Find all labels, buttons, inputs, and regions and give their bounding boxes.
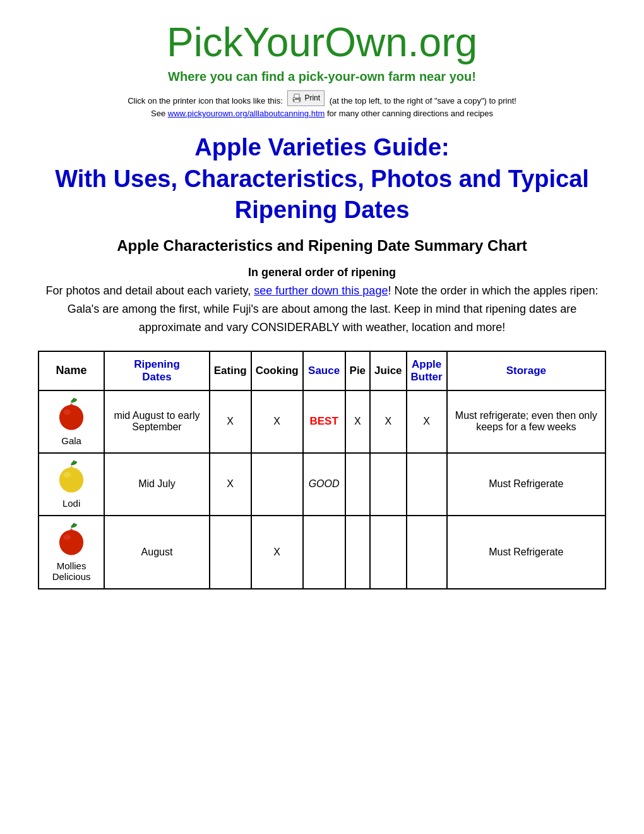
svg-rect-2 [294, 100, 299, 102]
apple-icon [54, 460, 88, 494]
svg-point-11 [59, 529, 83, 555]
canning-text: See [151, 109, 168, 118]
apple-icon [54, 397, 88, 432]
apple-butter-cell: X [407, 390, 447, 453]
svg-point-8 [59, 467, 83, 492]
site-title: PickYourOwn.org [38, 19, 606, 66]
svg-rect-1 [294, 94, 299, 98]
ripening-note: In general order of ripening For photos … [38, 263, 606, 336]
ripening-cell: mid August to early September [104, 390, 209, 453]
table-row: Lodi Mid JulyXGOODMust Refrigerate [39, 453, 605, 516]
col-header-storage: Storage [447, 351, 605, 390]
variety-name: Lodi [63, 498, 80, 509]
col-header-eating: Eating [210, 351, 251, 390]
name-cell: Mollies Delicious [39, 516, 104, 589]
col-header-sauce: Sauce [303, 351, 345, 390]
juice-cell [370, 453, 406, 516]
page-title: Apple Varieties Guide:With Uses, Charact… [38, 132, 606, 226]
chart-title: Apple Characteristics and Ripening Date … [38, 237, 606, 255]
ripening-link[interactable]: see further down this page [254, 284, 388, 297]
printer-icon [292, 94, 302, 104]
canning-suffix: for many other canning directions and re… [325, 109, 493, 118]
col-header-juice: Juice [370, 351, 406, 390]
apple-butter-cell [407, 453, 447, 516]
cooking-cell [251, 453, 303, 516]
print-label: Print [304, 92, 320, 104]
juice-cell: X [370, 390, 406, 453]
ripening-cell: Mid July [104, 453, 209, 516]
svg-point-6 [64, 409, 71, 414]
cooking-cell: X [251, 516, 303, 589]
storage-cell: Must Refrigerate [447, 453, 605, 516]
pie-cell [345, 453, 371, 516]
eating-cell [210, 516, 251, 589]
name-cell: Gala [39, 390, 104, 453]
apple-varieties-table: Name RipeningDates Eating Cooking Sauce … [38, 351, 606, 589]
sauce-cell [303, 516, 345, 589]
eating-cell: X [210, 453, 251, 516]
pie-cell: X [345, 390, 371, 453]
table-row: Gala mid August to early SeptemberXXBEST… [39, 390, 605, 453]
sauce-best: BEST [309, 415, 338, 427]
ripening-cell: August [104, 516, 209, 589]
storage-cell: Must refrigerate; even then only keeps f… [447, 390, 605, 453]
print-info: Click on the printer icon that looks lik… [38, 90, 606, 121]
eating-cell: X [210, 390, 251, 453]
print-instruction-text: Click on the printer icon that looks lik… [128, 96, 283, 106]
col-header-pie: Pie [345, 351, 371, 390]
print-button[interactable]: Print [287, 90, 325, 106]
variety-name: Gala [61, 435, 81, 446]
sauce-good: GOOD [309, 478, 340, 489]
canning-link[interactable]: www.pickyourown.org/alllaboutcanning.htm [168, 109, 325, 118]
name-cell: Lodi [39, 453, 104, 516]
site-subtitle: Where you can find a pick-your-own farm … [38, 70, 606, 84]
variety-name: Mollies Delicious [44, 560, 98, 582]
ripening-order-label: In general order of ripening [248, 266, 396, 279]
pie-cell [345, 516, 371, 589]
print-instruction2: (at the top left, to the right of "save … [330, 96, 516, 106]
col-header-ripening: RipeningDates [104, 351, 209, 390]
col-header-name: Name [39, 351, 104, 390]
svg-rect-3 [294, 98, 295, 99]
apple-icon [54, 523, 88, 557]
apple-butter-cell [407, 516, 447, 589]
table-row: Mollies Delicious AugustXMust Refrigerat… [39, 516, 605, 589]
storage-cell: Must Refrigerate [447, 516, 605, 589]
svg-point-9 [64, 472, 71, 477]
juice-cell [370, 516, 406, 589]
cooking-cell: X [251, 390, 303, 453]
svg-point-5 [59, 404, 83, 430]
svg-point-12 [64, 535, 71, 540]
ripening-note-text: For photos and detail about each variety… [45, 284, 254, 297]
col-header-cooking: Cooking [251, 351, 303, 390]
sauce-cell: GOOD [303, 453, 345, 516]
col-header-apple-butter: AppleButter [407, 351, 447, 390]
sauce-cell: BEST [303, 390, 345, 453]
